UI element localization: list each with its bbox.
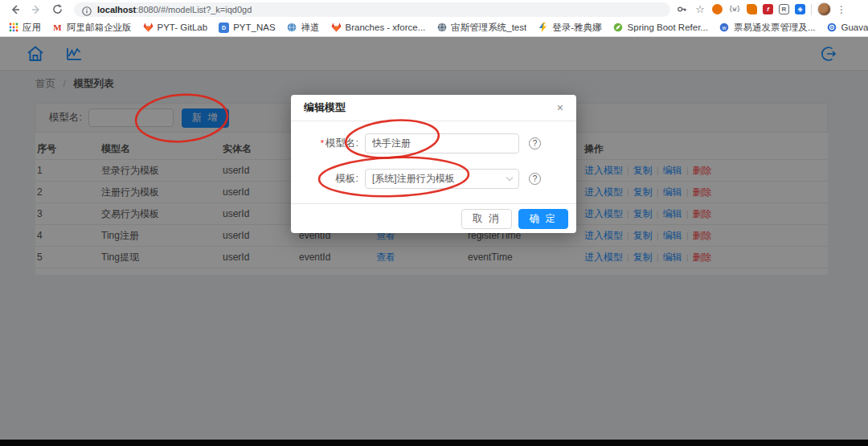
- bookmark-zentao[interactable]: 禅道: [287, 22, 320, 34]
- template-field-label: 模板:: [291, 172, 365, 186]
- gitlab-fox-icon: [331, 23, 342, 33]
- blue-circle-w-icon: w: [719, 23, 730, 33]
- model-name-field-row: *模型名: ?: [291, 133, 563, 153]
- bookmark-zeus[interactable]: 宙斯管理系统_test: [436, 22, 526, 34]
- blue-gear-icon: [827, 23, 837, 33]
- required-mark: *: [321, 138, 324, 148]
- bookmark-mail[interactable]: M 阿里邮箱企业版: [52, 22, 132, 34]
- bookmark-gitlab[interactable]: PYT- GitLab: [143, 23, 208, 33]
- forward-icon[interactable]: [28, 2, 44, 18]
- dialog-title: 编辑模型: [304, 100, 346, 115]
- cancel-button[interactable]: 取 消: [461, 209, 511, 229]
- nas-icon: D: [219, 23, 229, 33]
- bookmarks-bar: 应用 M 阿里邮箱企业版 PYT- GitLab D PYT_NAS 禅道: [0, 18, 868, 36]
- dialog-body: *模型名: ? 模板: [系统]注册行为模板 ?: [291, 121, 576, 189]
- screen: localhost:8080/#/modelList?_k=iqd0gd ☆ {…: [0, 0, 868, 446]
- globe-dark-icon: [436, 23, 447, 33]
- dialog-header: 编辑模型 ×: [291, 95, 576, 121]
- extension-icon-braces[interactable]: {w}: [728, 3, 741, 16]
- bookmark-piaoyitong[interactable]: w 票易通发票管理及...: [719, 22, 816, 34]
- model-name-input[interactable]: [365, 133, 519, 153]
- url-text[interactable]: localhost:8080/#/modelList?_k=iqd0gd: [97, 5, 252, 14]
- globe-icon: [287, 23, 297, 33]
- dialog-footer: 取 消 确 定: [291, 203, 576, 233]
- edit-model-dialog: 编辑模型 × *模型名: ? 模板: [系统]注册行为模板 ? 取 消 确 定: [291, 95, 576, 233]
- bookmark-guava[interactable]: Guava官方文档-Ra...: [827, 22, 868, 34]
- close-icon[interactable]: ×: [557, 102, 563, 113]
- extension-icon-blue[interactable]: ◈: [795, 4, 805, 14]
- template-field-row: 模板: [系统]注册行为模板 ?: [291, 169, 563, 189]
- site-info-icon[interactable]: [82, 5, 92, 14]
- toolbar-separator: [811, 4, 812, 15]
- model-name-field-label: *模型名:: [291, 137, 365, 150]
- extension-icon-outline[interactable]: R: [779, 4, 789, 14]
- bookmark-star-icon[interactable]: ☆: [694, 3, 706, 16]
- bookmark-nas[interactable]: D PYT_NAS: [219, 23, 275, 33]
- back-icon[interactable]: [7, 2, 23, 18]
- extension-icon-fox[interactable]: [747, 4, 757, 14]
- bookmark-apps[interactable]: 应用: [8, 22, 41, 34]
- url-rest: :8080/#/modelList?_k=iqd0gd: [136, 5, 252, 14]
- lightning-icon: [538, 23, 548, 33]
- letterbox-bar: [0, 440, 868, 446]
- chrome-menu-icon[interactable]: ⋮: [837, 4, 846, 15]
- browser-chrome: localhost:8080/#/modelList?_k=iqd0gd ☆ {…: [0, 0, 868, 37]
- mail-m-icon: M: [52, 23, 63, 33]
- help-icon[interactable]: ?: [529, 137, 541, 149]
- bookmark-athena[interactable]: 登录-雅典娜: [538, 22, 601, 34]
- template-select[interactable]: [系统]注册行为模板: [365, 169, 519, 189]
- bookmark-branches[interactable]: Branches - xforce...: [331, 23, 426, 33]
- address-bar[interactable]: localhost:8080/#/modelList?_k=iqd0gd: [74, 2, 670, 17]
- gitlab-fox-icon: [143, 23, 154, 33]
- refresh-icon[interactable]: [49, 2, 65, 18]
- spring-leaf-icon: [613, 23, 624, 33]
- ok-button[interactable]: 确 定: [518, 209, 568, 229]
- key-icon[interactable]: [675, 3, 688, 16]
- extension-icon-axure[interactable]: f: [763, 4, 773, 14]
- url-host: localhost: [97, 5, 136, 14]
- apps-grid-icon: [8, 23, 18, 33]
- toolbar-icons: ☆ {w} f R ◈ ⋮: [675, 2, 846, 16]
- svg-text:w: w: [722, 25, 727, 31]
- help-icon[interactable]: ?: [529, 173, 541, 185]
- browser-nav-row: localhost:8080/#/modelList?_k=iqd0gd ☆ {…: [0, 0, 868, 18]
- extension-icon-1[interactable]: [712, 4, 723, 14]
- profile-avatar[interactable]: [817, 2, 831, 16]
- bookmark-spring[interactable]: Spring Boot Refer...: [613, 23, 708, 33]
